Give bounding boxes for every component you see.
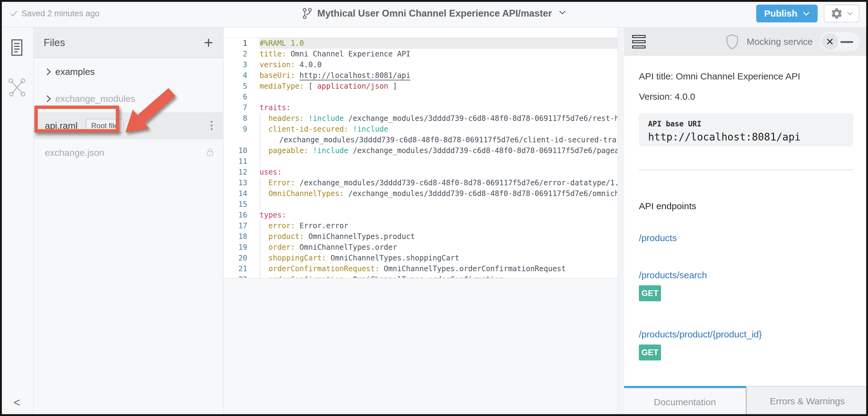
lock-icon bbox=[206, 147, 214, 157]
line-number: 15 bbox=[224, 199, 259, 210]
topbar-actions: Publish bbox=[756, 5, 859, 23]
code-line[interactable]: 18 product: OmniChannelTypes.product bbox=[224, 231, 617, 242]
mocking-service-group: Mocking service ✕ bbox=[725, 32, 860, 51]
code-line[interactable]: 4baseUri: http://localhost:8081/api bbox=[224, 70, 617, 81]
line-number: 14 bbox=[224, 188, 259, 199]
line-number: 20 bbox=[224, 253, 259, 264]
files-panel-header: Files + bbox=[34, 28, 223, 58]
editor-scrollbar-track[interactable] bbox=[224, 28, 617, 38]
code-line[interactable]: 10 pageable: !include /exchange_modules/… bbox=[224, 145, 617, 156]
top-bar: Saved 2 minutes ago Mythical User Omni C… bbox=[0, 0, 868, 28]
code-line[interactable]: 11 bbox=[224, 156, 617, 167]
line-number: 17 bbox=[224, 220, 259, 231]
chevron-right-icon[interactable] bbox=[45, 69, 55, 74]
endpoint-item: /products/product/{product_id}GET bbox=[639, 329, 853, 360]
code-line[interactable]: 14 OmniChannelTypes: /exchange_modules/3… bbox=[224, 188, 617, 199]
line-text: headers: !include /exchange_modules/3ddd… bbox=[259, 113, 617, 124]
code-line[interactable]: 7traits: bbox=[224, 102, 617, 113]
api-summary-panel: Mocking service ✕ API title: Omni Channe… bbox=[624, 28, 868, 416]
endpoint-item: /products/searchGET bbox=[639, 270, 853, 301]
files-view-button[interactable] bbox=[0, 38, 34, 57]
line-number: 9 bbox=[224, 124, 259, 135]
publish-button[interactable]: Publish bbox=[756, 5, 818, 23]
document-icon bbox=[9, 38, 25, 57]
code-line[interactable]: 8 headers: !include /exchange_modules/3d… bbox=[224, 113, 617, 124]
dependencies-view-button[interactable] bbox=[0, 77, 34, 98]
line-text: baseUri: http://localhost:8081/api bbox=[259, 70, 617, 81]
tab-documentation[interactable]: Documentation bbox=[624, 386, 746, 416]
close-icon: ✕ bbox=[822, 33, 838, 50]
publish-label: Publish bbox=[764, 8, 797, 19]
line-number: 4 bbox=[224, 70, 259, 81]
code-line[interactable]: 15 bbox=[224, 199, 617, 210]
file-row-exchange-modules[interactable]: exchange_modules bbox=[34, 85, 223, 112]
line-text bbox=[259, 156, 617, 167]
chevron-right-icon[interactable] bbox=[45, 96, 55, 101]
line-text: shoppingCart: OmniChannelTypes.shoppingC… bbox=[259, 253, 617, 264]
code-line[interactable]: 17 error: Error.error bbox=[224, 220, 617, 231]
code-line[interactable]: 3version: 4.0.0 bbox=[224, 60, 617, 70]
file-label: api.raml bbox=[45, 120, 78, 131]
code-line[interactable]: 5mediaType: [ application/json ] bbox=[224, 81, 617, 92]
line-text: OmniChannelTypes: /exchange_modules/3ddd… bbox=[259, 188, 617, 199]
code-lines: 1#%RAML 1.02title: Omni Channel Experien… bbox=[224, 38, 617, 279]
line-text: pageable: !include /exchange_modules/3dd… bbox=[259, 145, 617, 156]
endpoint-item: /products bbox=[639, 233, 853, 243]
code-line[interactable]: 2title: Omni Channel Experience API bbox=[224, 49, 617, 60]
line-number: 22 bbox=[224, 274, 259, 279]
file-row-api-raml[interactable]: api.ramlRoot file bbox=[34, 112, 223, 139]
line-text: title: Omni Channel Experience API bbox=[259, 49, 617, 60]
code-line[interactable]: /exchange_modules/3dddd739-c6d8-48f0-8d7… bbox=[224, 135, 617, 145]
collapse-left-icon[interactable]: < bbox=[0, 396, 34, 409]
file-label: exchange.json bbox=[45, 147, 104, 158]
line-text: #%RAML 1.0 bbox=[259, 38, 617, 49]
line-text: product: OmniChannelTypes.product bbox=[259, 231, 617, 242]
tab-errors-warnings[interactable]: Errors & Warnings bbox=[746, 386, 868, 416]
code-line[interactable]: 6 bbox=[224, 92, 617, 102]
main-area: < Files + examplesexchange_modulesapi.ra… bbox=[0, 28, 868, 416]
panel-resize-handle[interactable] bbox=[617, 28, 624, 416]
mocking-service-toggle[interactable]: ✕ bbox=[820, 32, 860, 51]
code-line[interactable]: 19 order: OmniChannelTypes.order bbox=[224, 242, 617, 253]
line-number: 16 bbox=[224, 210, 259, 220]
code-line[interactable]: 22 orderConfirmation: OmniChannelTypes.o… bbox=[224, 274, 617, 279]
file-tree: examplesexchange_modulesapi.ramlRoot fil… bbox=[34, 58, 223, 166]
mocking-service-label: Mocking service bbox=[747, 36, 813, 47]
line-number bbox=[224, 135, 259, 145]
settings-button[interactable] bbox=[824, 5, 859, 23]
line-number: 19 bbox=[224, 242, 259, 253]
code-line[interactable]: 13 Error: /exchange_modules/3dddd739-c6d… bbox=[224, 178, 617, 188]
add-file-button[interactable]: + bbox=[204, 36, 213, 49]
kebab-icon[interactable] bbox=[211, 121, 213, 123]
code-line[interactable]: 9 client-id-secured: !include bbox=[224, 124, 617, 135]
line-text: Error: /exchange_modules/3dddd739-c6d8-4… bbox=[259, 178, 617, 188]
line-number: 5 bbox=[224, 81, 259, 92]
save-status: Saved 2 minutes ago bbox=[10, 9, 99, 19]
root-file-badge: Root file bbox=[86, 119, 124, 133]
endpoint-link[interactable]: /products/product/{product_id} bbox=[639, 329, 762, 340]
code-line[interactable]: 20 shoppingCart: OmniChannelTypes.shoppi… bbox=[224, 253, 617, 264]
project-title-group[interactable]: Mythical User Omni Channel Experience AP… bbox=[302, 7, 566, 20]
git-branch-icon bbox=[302, 7, 312, 20]
chevron-down-icon[interactable] bbox=[559, 10, 566, 15]
code-line[interactable]: 12uses: bbox=[224, 167, 617, 178]
endpoint-link[interactable]: /products/search bbox=[639, 270, 707, 280]
api-title-text: API title: Omni Channel Experience API bbox=[639, 71, 853, 81]
line-text bbox=[259, 92, 617, 102]
code-line[interactable]: 21 orderConfirmationRequest: OmniChannel… bbox=[224, 264, 617, 274]
save-status-text: Saved 2 minutes ago bbox=[22, 9, 99, 19]
code-line[interactable]: 16types: bbox=[224, 210, 617, 220]
file-row-examples[interactable]: examples bbox=[34, 58, 223, 85]
file-row-exchange-json[interactable]: exchange.json bbox=[34, 139, 223, 166]
api-base-uri-box: API base URI http://localhost:8081/api bbox=[639, 113, 853, 146]
endpoint-link[interactable]: /products bbox=[639, 233, 677, 243]
file-label: examples bbox=[55, 67, 95, 77]
file-label: exchange_modules bbox=[55, 94, 135, 104]
line-text: /exchange_modules/3dddd739-c6d8-48f0-8d7… bbox=[279, 135, 617, 145]
hamburger-icon[interactable] bbox=[632, 35, 646, 48]
line-text: orderConfirmationRequest: OmniChannelTyp… bbox=[259, 264, 617, 274]
code-editor[interactable]: 1#%RAML 1.02title: Omni Channel Experien… bbox=[224, 28, 617, 416]
code-line[interactable]: 1#%RAML 1.0 bbox=[224, 38, 617, 49]
chevron-down-icon bbox=[847, 11, 853, 15]
chevron-down-icon bbox=[803, 11, 810, 16]
